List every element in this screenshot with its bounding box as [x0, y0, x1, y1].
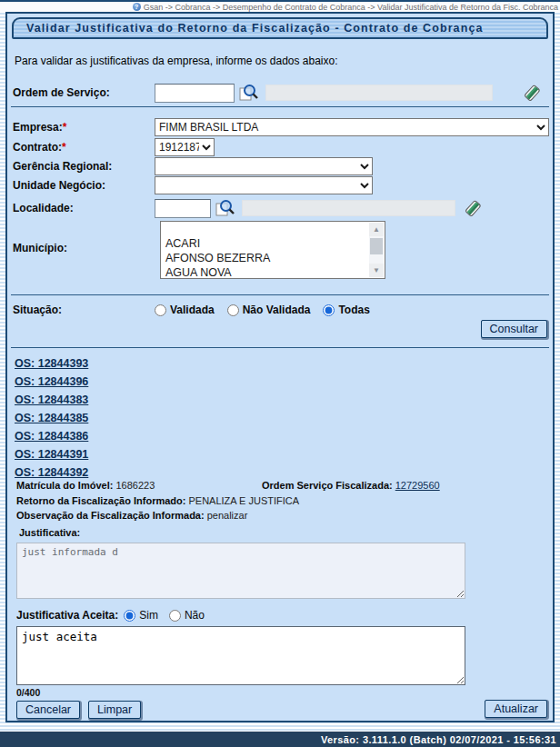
retorno-value: PENALIZA E JUSTIFICA: [188, 495, 299, 506]
municipio-option[interactable]: AGUA NOVA: [161, 265, 385, 279]
search-icon[interactable]: [238, 83, 258, 103]
situacao-option[interactable]: Não Validada: [227, 304, 311, 316]
unidade-select[interactable]: [155, 176, 373, 194]
os-links-list: OS: 12844393OS: 12844396OS: 12844383OS: …: [15, 355, 88, 483]
separator: [11, 347, 549, 348]
aceita-option[interactable]: Não: [169, 609, 205, 622]
situacao-row: Situação: ValidadaNão ValidadaTodas: [13, 303, 549, 317]
situacao-radio-group: ValidadaNão ValidadaTodas: [155, 304, 370, 316]
eraser-icon-svg: [463, 198, 483, 218]
bottom-buttons-row: Cancelar Limpar: [16, 700, 549, 720]
municipio-blank-item[interactable]: [161, 222, 385, 236]
scroll-down-icon[interactable]: ▼: [369, 264, 384, 277]
scroll-thumb[interactable]: [370, 238, 383, 254]
localidade-desc: [242, 200, 455, 216]
situacao-option-label: Todas: [338, 304, 369, 316]
eraser-icon[interactable]: [463, 198, 483, 218]
separator: [11, 106, 549, 107]
char-counter: 0/400: [16, 687, 40, 698]
help-icon[interactable]: ?: [133, 3, 141, 11]
consultar-button[interactable]: Consultar: [481, 320, 548, 338]
breadcrumb: Gsan -> Cobranca -> Desempenho de Contra…: [144, 3, 558, 12]
ordem-servico-label: Ordem de Serviço:: [13, 86, 155, 99]
justificativa-aceita-label: Justificativa Aceita:: [16, 609, 118, 622]
matricula-row: Matrícula do Imóvel: 1686223: [16, 480, 155, 491]
gerencia-row: Gerência Regional:: [13, 157, 549, 175]
ordem-servico-desc: [265, 85, 493, 101]
situacao-radio[interactable]: [155, 304, 166, 316]
os-fiscalizada-label: Ordem Serviço Fiscalizada:: [262, 480, 393, 491]
retorno-label: Retorno da Fiscalização Informado:: [16, 495, 185, 506]
unidade-label: Unidade Negócio:: [13, 179, 155, 192]
breadcrumb-bar: ? Gsan -> Cobranca -> Desempenho de Cont…: [0, 0, 560, 12]
empresa-row: Empresa:* FIMM BRASIL LTDA: [13, 118, 549, 136]
contrato-select[interactable]: 1912187: [155, 138, 215, 156]
limpar-button[interactable]: Limpar: [88, 701, 141, 719]
aceita-radio-group: SimNão: [124, 609, 205, 622]
localidade-input[interactable]: [155, 199, 211, 218]
cancelar-button[interactable]: Cancelar: [16, 701, 80, 719]
main-panel: Validar Justificativa do Retorno da Fisc…: [5, 12, 555, 722]
required-asterisk: *: [62, 141, 66, 154]
situacao-radio[interactable]: [227, 304, 239, 316]
situacao-option-label: Não Validada: [243, 304, 311, 316]
os-link[interactable]: OS: 12844396: [15, 374, 88, 392]
situacao-option[interactable]: Todas: [323, 304, 369, 316]
matricula-value: 1686223: [115, 480, 155, 491]
localidade-label: Localidade:: [13, 202, 155, 214]
page-title: Validar Justificativa do Retorno da Fisc…: [12, 17, 548, 39]
eraser-icon[interactable]: [522, 83, 542, 103]
os-link[interactable]: OS: 12844393: [15, 355, 88, 374]
scroll-up-icon[interactable]: ▲: [369, 223, 384, 236]
municipio-listbox[interactable]: ACARIAFONSO BEZERRAAGUA NOVA ▲ ▼: [160, 221, 385, 279]
justificativa-label: Justificativa:: [19, 527, 80, 538]
observacao-row: Observação da Fiscalização Informada: pe…: [16, 510, 247, 521]
aceita-radio[interactable]: [124, 610, 135, 622]
justificativa-aceita-textarea[interactable]: just aceita: [16, 626, 465, 685]
aceita-radio[interactable]: [169, 610, 181, 622]
situacao-option-label: Validada: [170, 304, 215, 316]
contrato-label: Contrato:: [13, 141, 62, 154]
municipio-scrollbar[interactable]: ▲ ▼: [369, 223, 384, 277]
situacao-radio[interactable]: [323, 304, 335, 316]
municipio-label: Município:: [13, 242, 155, 254]
aceita-option-label: Sim: [139, 609, 158, 622]
os-link[interactable]: OS: 12844386: [15, 428, 88, 446]
situacao-option[interactable]: Validada: [155, 304, 215, 316]
search-icon-svg: [238, 83, 258, 103]
search-icon[interactable]: [215, 198, 235, 218]
aceita-option-label: Não: [185, 609, 205, 622]
unidade-row: Unidade Negócio:: [13, 176, 549, 194]
os-link[interactable]: OS: 12844385: [15, 410, 88, 428]
justificativa-informada-textarea: just informada d: [16, 543, 465, 599]
situacao-label: Situação:: [13, 304, 155, 316]
gerencia-select[interactable]: [155, 157, 373, 175]
aceita-option[interactable]: Sim: [124, 609, 158, 622]
empresa-label: Empresa:: [13, 121, 63, 134]
justificativa-label-row: Justificativa:: [19, 527, 80, 538]
municipio-option[interactable]: AFONSO BEZERRA: [161, 251, 385, 265]
version-text: Versão: 3.111.1.0 (Batch) 02/07/2021 - 1…: [321, 734, 556, 745]
separator: [11, 294, 549, 295]
os-link[interactable]: OS: 12844391: [15, 446, 88, 464]
empresa-select[interactable]: FIMM BRASIL LTDA: [155, 118, 549, 136]
eraser-icon-svg: [522, 83, 542, 103]
observacao-value: penalizar: [207, 510, 248, 521]
os-fiscalizada-link[interactable]: 12729560: [395, 480, 440, 491]
atualizar-button[interactable]: Atualizar: [485, 700, 547, 718]
contrato-row: Contrato:* 1912187: [13, 138, 549, 156]
intro-text: Para validar as justificativas da empres…: [15, 55, 338, 67]
municipio-option[interactable]: ACARI: [161, 236, 385, 251]
os-fiscalizada-row: Ordem Serviço Fiscalizada: 12729560: [262, 480, 440, 491]
retorno-row: Retorno da Fiscalização Informado: PENAL…: [16, 495, 299, 506]
ordem-servico-row: Ordem de Serviço:: [13, 81, 549, 105]
os-link[interactable]: OS: 12844383: [15, 392, 88, 410]
localidade-row: Localidade:: [13, 197, 549, 219]
footer-bar: Versão: 3.111.1.0 (Batch) 02/07/2021 - 1…: [0, 732, 560, 747]
ordem-servico-input[interactable]: [155, 84, 235, 103]
justificativa-aceita-row: Justificativa Aceita: SimNão: [16, 608, 549, 622]
required-asterisk: *: [63, 121, 67, 134]
gerencia-label: Gerência Regional:: [13, 160, 155, 173]
matricula-label: Matrícula do Imóvel:: [16, 480, 113, 491]
search-icon-svg: [215, 198, 235, 218]
